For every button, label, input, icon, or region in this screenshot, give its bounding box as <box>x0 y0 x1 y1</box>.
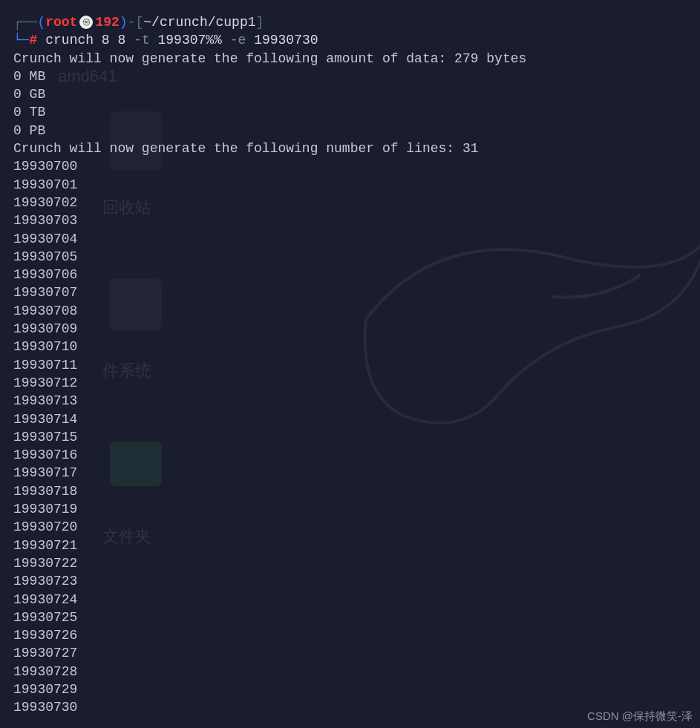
watermark: CSDN @保持微笑-泽 <box>587 709 693 724</box>
generated-number: 19930705 <box>13 248 687 266</box>
generated-number: 19930710 <box>13 338 687 355</box>
prompt-bracket-close: ] <box>256 13 264 31</box>
command-flag-t: -t <box>134 31 150 49</box>
generated-numbers: 1993070019930701199307021993070319930704… <box>13 157 687 716</box>
prompt-paren-open: ( <box>37 13 45 31</box>
generated-number: 19930712 <box>13 374 687 392</box>
generated-number: 19930704 <box>13 230 687 248</box>
output-pb: 0 PB <box>13 122 687 140</box>
prompt-dash: - <box>128 13 136 31</box>
generated-number: 19930727 <box>13 644 687 662</box>
skull-icon: ㉿ <box>79 16 93 29</box>
command-args3: 19930730 <box>254 31 318 49</box>
generated-number: 19930703 <box>13 211 687 229</box>
command-args1: 8 8 <box>102 31 125 49</box>
generated-number: 19930713 <box>13 392 687 410</box>
output-mb: 0 MB <box>13 68 687 85</box>
command-name: crunch <box>45 31 94 49</box>
generated-number: 19930726 <box>13 626 687 644</box>
generated-number: 19930722 <box>13 554 687 572</box>
generated-number: 19930716 <box>13 446 687 464</box>
generated-number: 19930728 <box>13 663 687 681</box>
prompt-path: ~/crunch/cupp1 <box>143 13 255 31</box>
generated-number: 19930709 <box>13 320 687 338</box>
generated-number: 19930718 <box>13 482 687 500</box>
generated-number: 19930701 <box>13 176 687 194</box>
command-args2: 199307%% <box>158 31 222 49</box>
generated-number: 19930715 <box>13 428 687 446</box>
output-gb: 0 GB <box>13 85 687 103</box>
prompt-paren-close: ) <box>120 13 128 31</box>
generated-number: 19930725 <box>13 609 687 626</box>
generated-number: 19930708 <box>13 302 687 320</box>
prompt-user: root <box>45 13 77 31</box>
generated-number: 19930702 <box>13 194 687 211</box>
generated-number: 19930721 <box>13 537 687 554</box>
generated-number: 19930720 <box>13 518 687 536</box>
generated-number: 19930714 <box>13 410 687 428</box>
generated-number: 19930711 <box>13 356 687 374</box>
output-data-amount: Crunch will now generate the following a… <box>13 50 687 68</box>
prompt-line-1: ┌── ( root ㉿ 192 ) - [ ~/crunch/cupp1 ] <box>13 13 687 31</box>
terminal-output: ┌── ( root ㉿ 192 ) - [ ~/crunch/cupp1 ] … <box>13 13 687 717</box>
prompt-corner-top: ┌── <box>13 13 37 31</box>
prompt-host: 192 <box>95 13 119 31</box>
prompt-corner-bot: └─ <box>13 31 30 49</box>
prompt-line-2[interactable]: └─ # crunch 8 8 -t 199307%% -e 19930730 <box>13 31 687 49</box>
generated-number: 19930729 <box>13 681 687 698</box>
output-line-count: Crunch will now generate the following n… <box>13 140 687 157</box>
prompt-bracket-open: [ <box>135 13 143 31</box>
generated-number: 19930700 <box>13 157 687 175</box>
generated-number: 19930719 <box>13 500 687 518</box>
prompt-hash: # <box>30 31 38 49</box>
output-tb: 0 TB <box>13 103 687 121</box>
generated-number: 19930730 <box>13 698 687 716</box>
generated-number: 19930723 <box>13 572 687 590</box>
command-flag-e: -e <box>230 31 246 49</box>
generated-number: 19930707 <box>13 283 687 301</box>
generated-number: 19930706 <box>13 266 687 283</box>
generated-number: 19930717 <box>13 464 687 482</box>
generated-number: 19930724 <box>13 591 687 609</box>
